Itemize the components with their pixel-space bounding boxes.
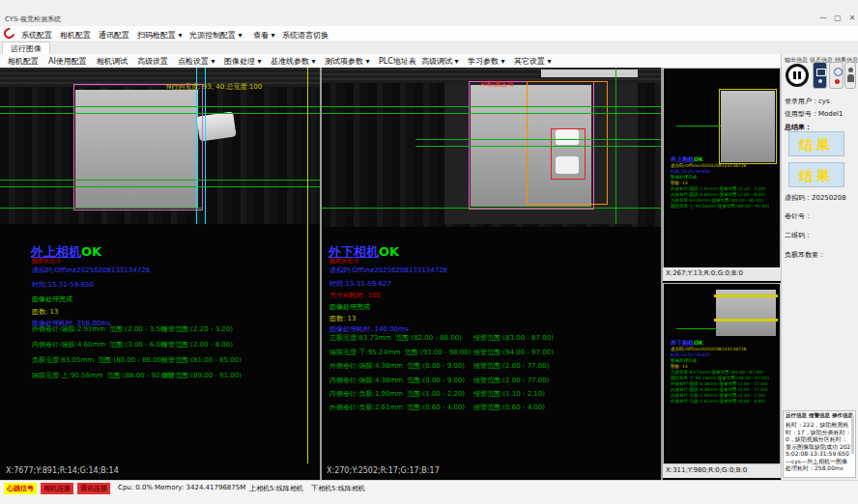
login-user-row: 登录用户：cys bbox=[785, 97, 830, 106]
alarm-range: 报警范围:(81.00 - 85.00) bbox=[161, 355, 242, 365]
left-virtual-code: 虚拟码:Offline20250208133134728 bbox=[32, 266, 150, 275]
left-roi-outline bbox=[73, 84, 203, 210]
virtual-code-row: 虚拟码：20250208 bbox=[785, 193, 846, 203]
minimize-button[interactable]: — bbox=[816, 13, 830, 24]
left-baseline-4 bbox=[0, 186, 320, 187]
heartbeat-badge: 心跳信号 bbox=[4, 483, 37, 494]
middle-virtual-code: 虚拟码:Offline20250208133134728 bbox=[329, 266, 447, 275]
tool-plc-address[interactable]: PLC地址表 bbox=[379, 56, 416, 67]
camera-top-link[interactable]: 上相机5:线阵相机 bbox=[249, 484, 303, 493]
window-title: CYS-视觉检测系统 bbox=[5, 14, 61, 24]
measure-row: 负极宽度:83.05mm范围:(80.00 - 86.00) bbox=[32, 355, 164, 365]
left-overlay-text: N行的宽度: 93, 40:总宽度:100 bbox=[166, 82, 262, 92]
thumb-bottom-yellow-2 bbox=[714, 319, 778, 322]
virtual-code-value: 20250208 bbox=[812, 194, 846, 202]
left-baseline-3 bbox=[0, 180, 320, 181]
camera-connect-badge: 相机连接 bbox=[41, 483, 73, 494]
camera-bottom-link[interactable]: 下相机5:线阵相机 bbox=[311, 484, 365, 493]
middle-green-vline bbox=[615, 68, 616, 224]
left-baseline-5 bbox=[0, 208, 203, 209]
measure-row: 外侧卷针-隔膜:2.91mm范围:(2.00 - 3.50) bbox=[32, 324, 167, 334]
alarm-range: 报警范围:(1.10 - 2.10) bbox=[473, 389, 545, 399]
tool-advanced-debug[interactable]: 高级调试 ▾ bbox=[421, 56, 459, 67]
left-baseline-1 bbox=[0, 106, 320, 107]
alarm-range: 报警范围:(2.20 - 3.20) bbox=[161, 324, 233, 334]
thumb-top-roi bbox=[719, 89, 777, 164]
thumb-top-readout: 外上相机OK 虚拟码:Offline20250208133134728 时间:1… bbox=[671, 156, 769, 210]
maximize-button[interactable]: ▢ bbox=[831, 13, 844, 24]
menu-light-config[interactable]: 光源控制配置 ▾ bbox=[189, 30, 243, 41]
log-tab-run[interactable]: 运行信息 bbox=[786, 412, 807, 419]
alarm-range: 报警范围:(0.60 - 4.00) bbox=[473, 403, 545, 412]
left-baseline-2 bbox=[0, 113, 320, 114]
model-value: Model1 bbox=[818, 110, 843, 118]
login-user-value: cys bbox=[818, 98, 830, 105]
menu-system-config[interactable]: 系统配置 bbox=[21, 30, 52, 41]
thumb-bottom-pixel-readout: X:311;Y:980;R:0;G:0;B:0 bbox=[663, 464, 781, 478]
menu-view[interactable]: 查看 ▾ bbox=[253, 30, 275, 41]
log-text: 耗时：222，缺陷检测耗时：17，缺陷分类耗时：0，缺陷视频分区耗时：显示图像取… bbox=[786, 421, 851, 472]
tool-image-processing[interactable]: 图像处理 ▾ bbox=[224, 56, 262, 67]
tool-learning-params[interactable]: 学习参数 ▾ bbox=[468, 56, 505, 67]
tab-row bbox=[0, 41, 858, 55]
middle-trigger-state: 触发状态:0 bbox=[329, 257, 358, 266]
user-button[interactable] bbox=[844, 62, 856, 89]
thumb-bottom-yellow-1 bbox=[714, 294, 778, 297]
middle-baseline-3 bbox=[415, 139, 661, 140]
capture-icon bbox=[834, 68, 843, 76]
left-time: 时间:13-31-59-650 bbox=[32, 280, 94, 290]
qrcode-row: 二维码： bbox=[785, 231, 812, 240]
left-frame-count: 图数: 13 bbox=[32, 307, 59, 317]
left-ok-badge: OK bbox=[81, 244, 101, 259]
lens-icon bbox=[818, 79, 822, 83]
tool-test-params[interactable]: 测试项参数 ▾ bbox=[325, 56, 370, 67]
menu-camera-config[interactable]: 相机配置 bbox=[60, 30, 91, 41]
pause-button[interactable] bbox=[786, 64, 809, 87]
menu-comm-config[interactable]: 通讯配置 bbox=[99, 30, 129, 41]
alarm-range: 报警范围:(2.00 - 8.00) bbox=[161, 340, 233, 350]
thumb-top-pixel-readout: X:267;Y:13;R:0;G:0;B:0 bbox=[663, 267, 781, 281]
log-tab-operation[interactable]: 操作信息 bbox=[832, 412, 853, 419]
tool-ai-config[interactable]: AI使用配置 bbox=[48, 56, 87, 67]
record-icon bbox=[835, 79, 840, 84]
middle-process-done: 图像处理完成 bbox=[329, 302, 370, 312]
left-yellow-line bbox=[307, 68, 308, 463]
capture-button[interactable] bbox=[829, 62, 844, 89]
log-scrollbar[interactable] bbox=[851, 415, 854, 454]
middle-time: 时间:13-31-59-627 bbox=[329, 279, 391, 289]
alarm-range: 报警范围:(2.00 - 77.00) bbox=[473, 376, 549, 385]
tool-camera-config[interactable]: 相机配置 bbox=[8, 56, 39, 67]
menu-scanner-config[interactable]: 扫码枪配置 ▾ bbox=[137, 30, 183, 41]
camera-icon bbox=[816, 69, 826, 76]
tool-camera-debug[interactable]: 相机调试 bbox=[97, 56, 128, 67]
tool-spot-check[interactable]: 点检设置 ▾ bbox=[178, 56, 215, 67]
menu-language-switch[interactable]: 系统语言切换 bbox=[282, 30, 329, 41]
cpu-usage: Cpu: 0.0% bbox=[118, 484, 153, 491]
measure-row: 内侧卷针-隔膜:4.60mm范围:(3.00 - 6.00) bbox=[32, 340, 167, 350]
tool-advanced-settings[interactable]: 高级设置 bbox=[137, 56, 168, 67]
tool-other-settings[interactable]: 其它设置 ▾ bbox=[514, 56, 552, 67]
model-row: 使用型号：Model1 bbox=[785, 109, 843, 119]
measure-row: 正极宽度:83.73mm范围:(82.00 - 88.00) bbox=[329, 333, 462, 343]
tool-baseline-params[interactable]: 基准线参数 ▾ bbox=[271, 56, 316, 67]
camera-button[interactable] bbox=[813, 62, 827, 89]
thumb-bottom-readout: 外下相机OK 虚拟码:Offline20250208133134728 时间:1… bbox=[671, 340, 769, 405]
middle-ai-time: 尺寸AI耗时: 105 bbox=[329, 291, 381, 300]
middle-frame-count: 图数: 13 bbox=[329, 314, 357, 323]
anode-tab-count-row: 负极耳数量： bbox=[785, 250, 825, 260]
left-pixel-readout: X:7677;Y:891;R:14;G:14;B:14 bbox=[6, 466, 119, 475]
measure-row: 外侧卷针-负极:2.61mm范围:(0.60 - 4.00) bbox=[329, 403, 465, 412]
thumb-top-line bbox=[676, 126, 721, 126]
result-badge-2: 结果 bbox=[788, 162, 844, 187]
log-box: 运行信息 报警信息 操作信息 耗时：222，缺陷检测耗时：17，缺陷分类耗时：0… bbox=[783, 410, 856, 478]
log-tab-alarm[interactable]: 报警信息 bbox=[809, 412, 830, 419]
middle-baseline-5 bbox=[322, 208, 661, 209]
alarm-range: 报警范围:(94.00 - 97.00) bbox=[473, 348, 554, 357]
middle-defect-box bbox=[551, 128, 586, 180]
left-process-done: 图像处理完成 bbox=[32, 294, 72, 304]
middle-bright-bar bbox=[541, 70, 638, 77]
close-button[interactable]: ✕ bbox=[845, 13, 858, 24]
middle-overlay-text: AI检测区域 bbox=[480, 79, 514, 89]
title-bar bbox=[0, 0, 858, 27]
memory-usage: Memory: 3424.41796875M bbox=[155, 484, 245, 491]
